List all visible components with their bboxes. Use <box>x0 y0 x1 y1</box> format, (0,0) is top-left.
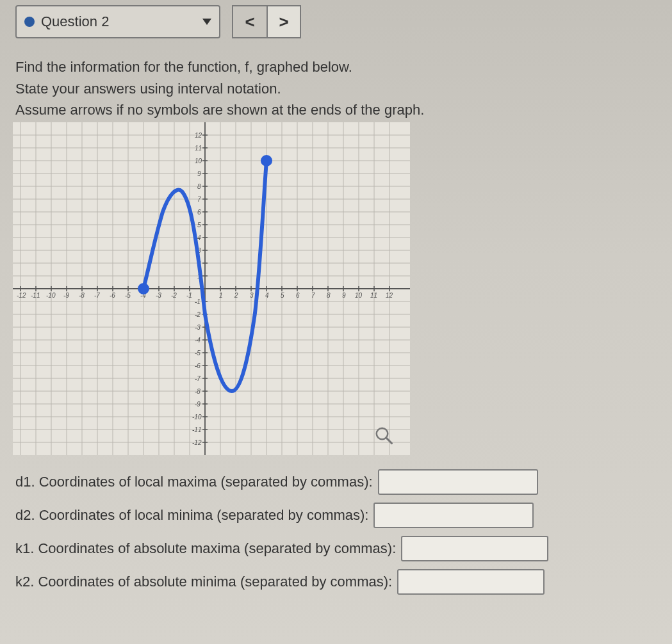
svg-text:3: 3 <box>250 292 254 299</box>
svg-text:-11: -11 <box>31 292 40 299</box>
svg-text:-5: -5 <box>125 292 131 299</box>
label-d1: d1. Coordinates of local maxima (separat… <box>15 472 373 492</box>
endpoint-right <box>261 155 272 166</box>
question-k1: k1. Coordinates of absolute maxima (sepa… <box>15 536 672 561</box>
instruction-line-1: Find the information for the function, f… <box>15 58 630 77</box>
svg-text:-2: -2 <box>195 311 201 318</box>
instruction-line-3: Assume arrows if no symbols are shown at… <box>15 101 630 120</box>
nav-buttons: < > <box>232 5 301 38</box>
input-d2[interactable] <box>373 503 534 528</box>
svg-text:-12: -12 <box>192 439 202 446</box>
input-k1[interactable] <box>401 536 548 561</box>
question-body: Find the information for the function, f… <box>15 58 672 595</box>
svg-text:9: 9 <box>197 170 201 177</box>
svg-text:9: 9 <box>342 292 346 299</box>
svg-text:10: 10 <box>195 157 202 165</box>
function-graph: -12-11-10-9-8-7-6-5-4-3-2-1 123456789101… <box>13 122 410 455</box>
label-d2: d2. Coordinates of local minima (separat… <box>15 506 368 525</box>
graph-container: -12-11-10-9-8-7-6-5-4-3-2-1 123456789101… <box>13 122 410 455</box>
svg-text:-2: -2 <box>171 292 177 299</box>
svg-text:-1: -1 <box>195 298 201 305</box>
svg-text:1: 1 <box>219 292 223 299</box>
svg-text:2: 2 <box>234 292 238 299</box>
question-number-label: Question 2 <box>41 13 196 30</box>
svg-text:11: 11 <box>195 145 202 152</box>
svg-text:6: 6 <box>296 292 300 299</box>
svg-line-147 <box>386 438 392 444</box>
status-dot-icon <box>24 17 35 27</box>
svg-text:11: 11 <box>370 292 377 299</box>
svg-text:-1: -1 <box>186 292 192 299</box>
svg-text:-11: -11 <box>192 426 201 433</box>
svg-text:-5: -5 <box>195 350 201 357</box>
question-header: Question 2 < > <box>15 5 672 38</box>
zoom-icon[interactable] <box>374 426 393 445</box>
svg-text:-8: -8 <box>195 388 201 395</box>
svg-text:-4: -4 <box>195 337 201 344</box>
svg-text:-9: -9 <box>195 401 201 408</box>
svg-text:-6: -6 <box>110 292 115 299</box>
label-k2: k2. Coordinates of absolute minima (sepa… <box>15 572 392 592</box>
question-d2: d2. Coordinates of local minima (separat… <box>15 503 672 528</box>
chevron-left-icon: < <box>245 12 254 32</box>
svg-text:-9: -9 <box>63 292 69 299</box>
question-k2: k2. Coordinates of absolute minima (sepa… <box>15 569 672 595</box>
svg-text:10: 10 <box>355 292 363 299</box>
instruction-line-2: State your answers using interval notati… <box>15 79 630 99</box>
svg-text:4: 4 <box>197 234 201 241</box>
svg-text:6: 6 <box>197 209 201 216</box>
svg-text:-8: -8 <box>79 292 85 299</box>
svg-text:-7: -7 <box>195 375 201 382</box>
page: Question 2 < > Find the information for … <box>0 0 672 644</box>
svg-text:-6: -6 <box>195 362 201 369</box>
svg-text:7: 7 <box>197 196 201 203</box>
svg-text:7: 7 <box>311 292 315 299</box>
svg-text:12: 12 <box>386 292 393 299</box>
label-k1: k1. Coordinates of absolute maxima (sepa… <box>15 539 396 558</box>
svg-text:5: 5 <box>281 292 284 299</box>
svg-text:-10: -10 <box>192 414 202 421</box>
question-d1: d1. Coordinates of local maxima (separat… <box>15 469 672 495</box>
svg-text:5: 5 <box>197 221 201 229</box>
svg-text:4: 4 <box>265 292 269 299</box>
chevron-down-icon <box>202 19 211 25</box>
previous-question-button[interactable]: < <box>232 5 266 38</box>
svg-text:12: 12 <box>195 132 202 139</box>
svg-text:-7: -7 <box>94 292 100 299</box>
next-question-button[interactable]: > <box>266 5 301 38</box>
svg-text:8: 8 <box>197 183 201 190</box>
input-k2[interactable] <box>397 569 545 595</box>
svg-text:-3: -3 <box>156 292 161 299</box>
svg-text:-12: -12 <box>17 292 26 299</box>
svg-text:-10: -10 <box>46 292 56 299</box>
svg-text:8: 8 <box>327 292 331 299</box>
chevron-right-icon: > <box>279 12 288 32</box>
input-d1[interactable] <box>378 469 538 495</box>
svg-text:-3: -3 <box>195 324 201 331</box>
question-selector[interactable]: Question 2 <box>15 5 220 38</box>
endpoint-left <box>138 283 149 294</box>
answer-section: d1. Coordinates of local maxima (separat… <box>15 469 672 595</box>
